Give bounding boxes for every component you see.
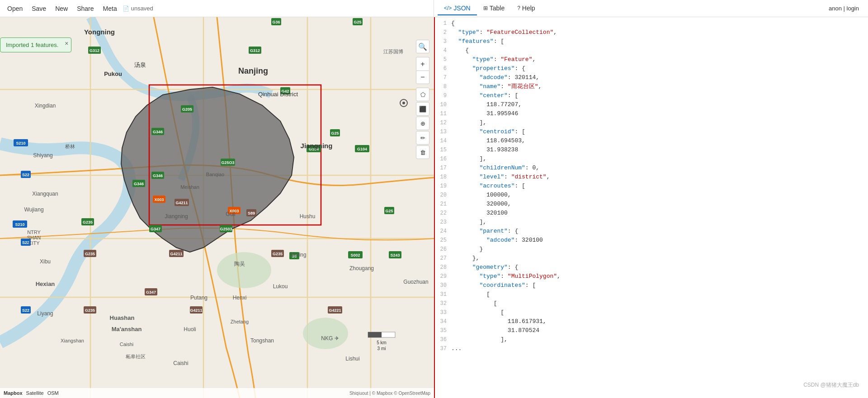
svg-text:S210: S210 xyxy=(15,222,24,227)
svg-text:G346: G346 xyxy=(134,182,144,186)
svg-text:S210: S210 xyxy=(16,141,25,145)
svg-text:NKG ✈: NKG ✈ xyxy=(321,335,339,342)
zoom-out-button[interactable]: − xyxy=(416,70,429,84)
json-line: 18 "level": "district", xyxy=(435,173,868,182)
json-content[interactable]: 1 { 2 "type": "FeatureCollection", 3 "fe… xyxy=(435,17,868,398)
location-button[interactable]: ⊕ xyxy=(416,117,429,130)
svg-text:S002: S002 xyxy=(350,253,360,258)
map-controls: 🔍 + − ⬠ ⬛ ⊕ ✏ 🗑 xyxy=(416,40,429,159)
tab-table-label: Table xyxy=(490,5,505,12)
notification-popup: Imported 1 features. × xyxy=(0,37,71,52)
svg-point-10 xyxy=(303,318,348,349)
json-line: 9 "center": [ xyxy=(435,91,868,100)
json-line: 13 "centroid": [ xyxy=(435,127,868,136)
delete-button[interactable]: 🗑 xyxy=(416,145,429,159)
help-icon: ? xyxy=(517,5,520,11)
svg-text:Xibu: Xibu xyxy=(40,258,51,265)
svg-point-9 xyxy=(217,252,271,288)
svg-text:G4221: G4221 xyxy=(329,308,341,313)
svg-text:S22: S22 xyxy=(22,173,29,177)
svg-text:G235: G235 xyxy=(83,220,93,225)
json-line: 17 "childrenNum": 0, xyxy=(435,164,868,173)
svg-text:X003: X003 xyxy=(154,197,164,202)
zoom-in-button[interactable]: + xyxy=(416,57,429,70)
draw-rectangle-button[interactable]: ⬛ xyxy=(416,102,429,116)
json-line: 19 "acroutes": [ xyxy=(435,182,868,191)
tab-json[interactable]: </> JSON xyxy=(438,2,477,15)
svg-text:Xiangquan: Xiangquan xyxy=(32,191,58,197)
svg-text:汤泉: 汤泉 xyxy=(134,61,146,68)
json-icon: </> xyxy=(444,5,452,11)
json-line: 11 31.995946 xyxy=(435,109,868,118)
json-line: 28 "geometry": { xyxy=(435,263,868,272)
save-button[interactable]: Save xyxy=(28,3,50,14)
svg-text:G25: G25 xyxy=(354,20,361,24)
edit-button[interactable]: ✏ xyxy=(416,131,429,145)
svg-text:Jiangning: Jiangning xyxy=(301,142,333,150)
json-line: 36 ], xyxy=(435,335,868,344)
svg-text:Zhetang: Zhetang xyxy=(231,319,249,324)
json-line: 16 ], xyxy=(435,155,868,164)
svg-text:G346: G346 xyxy=(153,130,163,134)
svg-text:S89: S89 xyxy=(248,211,255,215)
json-line: 34 118.617931, xyxy=(435,317,868,326)
json-line: 7 "adcode": 320114, xyxy=(435,73,868,82)
json-line: 20 100000, xyxy=(435,191,868,200)
svg-text:Pukou: Pukou xyxy=(104,70,122,77)
json-line: 30 "coordinates": [ xyxy=(435,281,868,290)
unsaved-icon: 📄 xyxy=(123,5,129,12)
svg-text:Xiangshan: Xiangshan xyxy=(61,338,84,343)
meta-button[interactable]: Meta xyxy=(99,3,121,14)
svg-text:G25: G25 xyxy=(385,209,393,213)
json-line: 14 118.694503, xyxy=(435,136,868,145)
notification-close[interactable]: × xyxy=(65,40,68,47)
json-line: 26 } xyxy=(435,245,868,254)
svg-text:Ma'anshan: Ma'anshan xyxy=(112,326,142,332)
json-line: 24 "parent": { xyxy=(435,227,868,236)
search-map-button[interactable]: 🔍 xyxy=(416,40,429,53)
json-line: 32 [ xyxy=(435,299,868,308)
tab-help[interactable]: ? Help xyxy=(511,2,541,15)
svg-text:Liyang: Liyang xyxy=(37,310,53,317)
svg-text:G4211: G4211 xyxy=(175,201,188,205)
svg-text:G25O3: G25O3 xyxy=(221,160,234,165)
json-line: 6 "properties": { xyxy=(435,64,868,73)
json-line: 1 { xyxy=(435,19,868,28)
share-button[interactable]: Share xyxy=(73,3,97,14)
map-bottom-bar: Mapbox Satellite OSM Shiqiuout | © Mapbo… xyxy=(0,388,434,398)
svg-text:Zhougang: Zhougang xyxy=(349,265,374,272)
json-line: 8 "name": "雨花台区", xyxy=(435,82,868,91)
svg-text:Hushu: Hushu xyxy=(300,213,316,220)
json-line: 33 [ xyxy=(435,308,868,317)
json-line: 37 ... xyxy=(435,344,868,353)
svg-text:Qinhuai District: Qinhuai District xyxy=(258,91,298,98)
svg-text:G4211: G4211 xyxy=(190,308,202,313)
svg-text:Jiangning: Jiangning xyxy=(165,213,188,220)
basemap-mapbox[interactable]: Mapbox xyxy=(4,390,23,396)
svg-text:G312: G312 xyxy=(250,48,260,53)
tab-help-label: Help xyxy=(522,5,535,12)
basemap-osm[interactable]: OSM xyxy=(47,390,59,396)
tab-table[interactable]: ⊞ Table xyxy=(477,2,511,15)
json-line: 5 "type": "Feature", xyxy=(435,55,868,64)
svg-text:G4211: G4211 xyxy=(170,252,182,256)
draw-polygon-button[interactable]: ⬠ xyxy=(416,88,429,101)
json-line: 2 "type": "FeatureCollection", xyxy=(435,28,868,37)
svg-text:Banqiao: Banqiao xyxy=(206,172,224,177)
unsaved-text: unsaved xyxy=(131,5,153,12)
map-svg: G312 G312 G36 G25 G205 G346 G346 G25O3 G… xyxy=(0,17,434,398)
basemap-satellite[interactable]: Satellite xyxy=(26,390,44,396)
svg-point-129 xyxy=(402,102,405,104)
svg-text:Moling: Moling xyxy=(290,252,306,258)
svg-text:Huashan: Huashan xyxy=(110,314,135,321)
user-text: anon | login xyxy=(829,5,859,12)
svg-text:陶吴: 陶吴 xyxy=(234,261,245,267)
svg-text:Guli: Guli xyxy=(226,211,235,217)
user-info: anon | login xyxy=(823,5,864,12)
unsaved-indicator: 📄 unsaved xyxy=(123,5,153,12)
open-button[interactable]: Open xyxy=(4,3,26,14)
svg-text:Guozhuan: Guozhuan xyxy=(403,279,428,285)
json-line: 21 320000, xyxy=(435,200,868,209)
json-line: 4 { xyxy=(435,46,868,55)
new-button[interactable]: New xyxy=(52,3,71,14)
